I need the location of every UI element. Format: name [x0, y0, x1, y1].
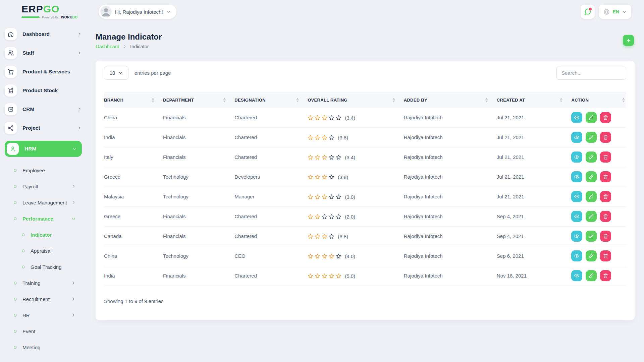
rating-cell: (3.8)	[308, 167, 404, 187]
chevron-right-icon	[77, 126, 82, 130]
edit-button[interactable]	[586, 152, 597, 163]
view-button[interactable]	[571, 211, 582, 222]
created-at-cell: Sep 4, 2021	[497, 206, 572, 226]
chevron-right-icon	[123, 45, 127, 49]
plus-icon	[626, 38, 631, 43]
edit-button[interactable]	[586, 191, 597, 202]
delete-button[interactable]	[600, 171, 611, 182]
breadcrumb-dashboard-link[interactable]: Dashboard	[96, 44, 119, 49]
created-at-cell: Jul 21, 2021	[497, 187, 572, 206]
home-icon	[5, 28, 17, 40]
designation-cell: CEO	[234, 246, 308, 266]
user-menu[interactable]: Hi, Rajodiya Infotech!	[99, 5, 176, 19]
sidebar-item-recruitment[interactable]: Recruitment	[0, 291, 88, 307]
sidebar-item-goal-tracking[interactable]: Goal Tracking	[0, 259, 88, 275]
star-empty-icon	[329, 234, 334, 239]
rating-cell: (3.4)	[308, 108, 404, 127]
sidebar-item-project[interactable]: Project	[5, 122, 82, 134]
sidebar-item-performance[interactable]: Performance	[0, 210, 88, 227]
edit-button[interactable]	[586, 171, 597, 182]
add-indicator-button[interactable]	[623, 35, 634, 46]
app-logo[interactable]: ERPGO Powered By WORKDO	[21, 4, 82, 19]
trash-icon	[603, 253, 608, 258]
view-button[interactable]	[571, 191, 582, 202]
view-button[interactable]	[571, 132, 582, 143]
sidebar-item-product-stock[interactable]: Product Stock	[5, 84, 82, 97]
sidebar-item-label: Staff	[22, 50, 34, 56]
delete-button[interactable]	[600, 231, 611, 242]
sidebar-item-event[interactable]: Event	[0, 323, 88, 339]
star-filled-icon	[308, 273, 313, 279]
edit-button[interactable]	[586, 112, 597, 123]
column-header-overall-rating[interactable]: OVERALL RATING	[308, 92, 404, 108]
column-header-added-by[interactable]: ADDED BY	[404, 92, 497, 108]
star-filled-icon	[329, 273, 334, 279]
sidebar-item-label: Product & Services	[22, 69, 70, 75]
rating-value: (4.0)	[345, 253, 355, 259]
delete-button[interactable]	[600, 250, 611, 261]
view-button[interactable]	[571, 270, 582, 281]
sidebar-item-appraisal[interactable]: Appraisal	[0, 243, 88, 259]
created-at-cell: Jul 21, 2021	[497, 167, 572, 187]
column-header-action[interactable]: ACTION	[571, 92, 626, 108]
star-rating: (3.8)	[308, 135, 348, 140]
messages-button[interactable]	[581, 5, 595, 19]
edit-button[interactable]	[586, 250, 597, 261]
sidebar-item-leave-management[interactable]: Leave Management	[0, 194, 88, 210]
chevron-down-icon	[71, 216, 76, 221]
rating-cell: (3.8)	[308, 127, 404, 147]
column-header-designation[interactable]: DESIGNATION	[234, 92, 308, 108]
delete-button[interactable]	[600, 191, 611, 202]
entries-per-page-select[interactable]: 10	[104, 66, 128, 80]
sidebar-menu: DashboardStaffProduct & ServicesProduct …	[0, 28, 88, 362]
sidebar-item-indicator[interactable]: Indicator	[0, 227, 88, 243]
sidebar-item-dashboard[interactable]: Dashboard	[5, 28, 82, 40]
language-selector[interactable]: EN	[599, 5, 631, 19]
action-cell	[571, 226, 626, 246]
rating-value: (3.4)	[345, 115, 355, 121]
star-filled-icon	[322, 273, 327, 279]
edit-button[interactable]	[586, 211, 597, 222]
view-button[interactable]	[571, 171, 582, 182]
delete-button[interactable]	[600, 211, 611, 222]
sidebar-item-hr[interactable]: HR	[0, 307, 88, 323]
column-header-department[interactable]: DEPARTMENT	[163, 92, 234, 108]
edit-button[interactable]	[586, 231, 597, 242]
sidebar-item-crm[interactable]: CRM	[5, 103, 82, 115]
sort-icon	[560, 98, 562, 102]
column-header-created-at[interactable]: CREATED AT	[497, 92, 572, 108]
sidebar-item-payroll[interactable]: Payroll	[0, 178, 88, 194]
column-header-branch[interactable]: BRANCH	[104, 92, 163, 108]
added-by-cell: Rajodiya Infotech	[404, 266, 497, 286]
sidebar-item-staff[interactable]: Staff	[5, 47, 82, 59]
sidebar-item-meeting[interactable]: Meeting	[0, 339, 88, 355]
action-cell	[571, 206, 626, 226]
sidebar-item-label: Meeting	[22, 345, 40, 350]
rating-value: (3.8)	[338, 234, 348, 239]
sidebar-item-label: Appraisal	[31, 248, 52, 254]
sidebar-item-training[interactable]: Training	[0, 275, 88, 291]
sidebar-item-label: Dashboard	[22, 31, 50, 37]
bullet-icon	[14, 298, 17, 301]
designation-cell: Manager	[234, 187, 308, 206]
chevron-right-icon	[71, 184, 76, 189]
star-filled-icon	[322, 253, 327, 259]
view-button[interactable]	[571, 112, 582, 123]
delete-button[interactable]	[600, 112, 611, 123]
rating-cell: (2.0)	[308, 206, 404, 226]
user-greeting: Hi, Rajodiya Infotech!	[115, 9, 163, 15]
delete-button[interactable]	[600, 152, 611, 163]
workdo-label: WORKDO	[61, 15, 78, 19]
delete-button[interactable]	[600, 270, 611, 281]
search-input[interactable]	[556, 66, 626, 80]
sidebar-item-hrm[interactable]: HRM	[5, 141, 82, 157]
sidebar-item-product-services[interactable]: Product & Services	[5, 66, 82, 78]
view-button[interactable]	[571, 250, 582, 261]
delete-button[interactable]	[600, 132, 611, 143]
branch-cell: Greece	[104, 167, 163, 187]
view-button[interactable]	[571, 152, 582, 163]
edit-button[interactable]	[586, 270, 597, 281]
edit-button[interactable]	[586, 132, 597, 143]
view-button[interactable]	[571, 231, 582, 242]
sidebar-item-employee[interactable]: Employee	[0, 162, 88, 178]
